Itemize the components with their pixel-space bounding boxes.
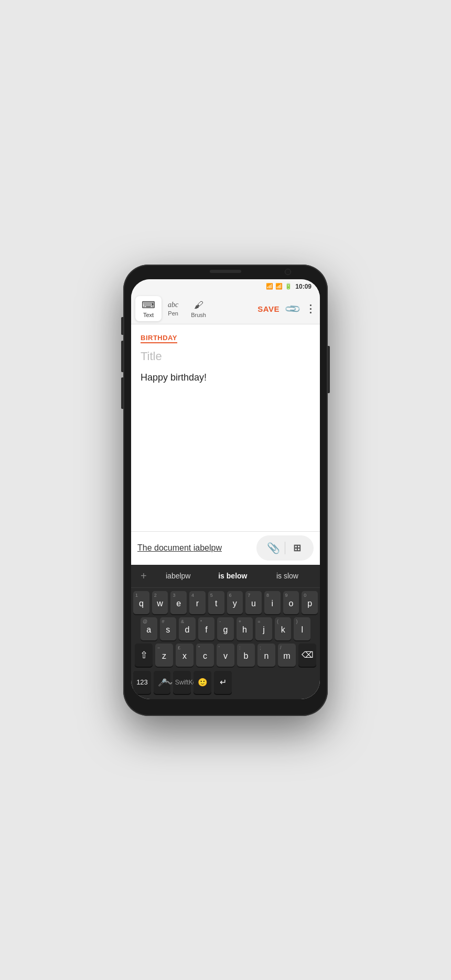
volume-silent-button <box>121 317 123 335</box>
emoji-key[interactable]: 🙂 <box>194 671 211 694</box>
tool-pen-label: Pen <box>168 310 178 317</box>
note-category: BIRTHDAY <box>141 334 177 343</box>
toolbar: ⌨ Text abc Pen 🖌 Brush SAVE 📎 ⋮ <box>131 294 320 324</box>
battery-icon: 🔋 <box>285 283 292 290</box>
note-title[interactable]: Title <box>141 350 310 363</box>
key-o[interactable]: 9o <box>283 591 299 614</box>
input-bar: The document iabelpw 📎 ⊞ <box>131 531 320 565</box>
key-e[interactable]: 3e <box>170 591 187 614</box>
pen-icon: abc <box>168 301 178 309</box>
input-text-underlined: iabelpw <box>194 543 222 552</box>
tool-text-label: Text <box>143 312 154 318</box>
key-h[interactable]: +h <box>237 617 253 640</box>
key-v[interactable]: 'v <box>217 644 234 667</box>
prediction-1[interactable]: iabelpw <box>151 570 206 582</box>
save-button[interactable]: SAVE <box>257 304 280 313</box>
input-text-before: The document <box>137 543 194 552</box>
status-icons: 📶 📶 🔋 <box>266 283 292 290</box>
input-text[interactable]: The document iabelpw <box>137 543 256 553</box>
key-f[interactable]: *f <box>198 617 215 640</box>
shift-key[interactable]: ⇧ <box>135 644 153 667</box>
key-l[interactable]: )l <box>294 617 310 640</box>
keyboard-icon: ⌨ <box>142 299 155 311</box>
key-m[interactable]: /m <box>278 644 296 667</box>
key-t[interactable]: 5t <box>208 591 224 614</box>
note-body[interactable]: Happy birthday! <box>141 371 310 385</box>
num-key[interactable]: 123 <box>133 671 151 694</box>
input-actions: 📎 ⊞ <box>256 535 314 561</box>
input-action-divider <box>285 542 285 554</box>
tool-brush-label: Brush <box>191 312 206 318</box>
keyboard-bottom-padding <box>131 695 320 699</box>
volume-down-button <box>121 377 123 409</box>
wifi-icon: 📶 <box>266 283 273 290</box>
input-attach-button[interactable]: 📎 <box>264 539 283 557</box>
key-w[interactable]: 2w <box>152 591 168 614</box>
enter-key[interactable]: ↵ <box>214 671 232 694</box>
key-r[interactable]: 4r <box>189 591 206 614</box>
key-j[interactable]: =j <box>255 617 272 640</box>
prediction-3[interactable]: is slow <box>260 570 315 582</box>
key-y[interactable]: 6y <box>227 591 243 614</box>
key-u[interactable]: 7u <box>245 591 262 614</box>
key-n[interactable]: ;n <box>257 644 275 667</box>
key-x[interactable]: £x <box>176 644 194 667</box>
key-b[interactable]: :b <box>237 644 255 667</box>
status-bar: 📶 📶 🔋 10:09 <box>131 279 320 294</box>
key-q[interactable]: 1q <box>133 591 149 614</box>
tool-pen[interactable]: abc Pen <box>162 298 185 320</box>
key-d[interactable]: &d <box>179 617 196 640</box>
swiftkey-space[interactable]: SwiftKey <box>173 671 191 694</box>
input-add-button[interactable]: ⊞ <box>287 539 306 557</box>
signal-icon: 📶 <box>275 283 283 290</box>
key-z[interactable]: −z <box>155 644 173 667</box>
keyboard: + iabelpw is below is slow 1q 2w 3e 4r 5… <box>131 565 320 699</box>
tool-text[interactable]: ⌨ Text <box>135 296 162 321</box>
key-c[interactable]: "c <box>196 644 214 667</box>
phone-frame: 📶 📶 🔋 10:09 ⌨ Text abc Pen 🖌 Brush SAVE <box>123 265 328 716</box>
key-k[interactable]: (k <box>275 617 292 640</box>
screen: 📶 📶 🔋 10:09 ⌨ Text abc Pen 🖌 Brush SAVE <box>131 279 320 699</box>
key-i[interactable]: 8i <box>264 591 281 614</box>
more-options-button[interactable]: ⋮ <box>305 302 316 315</box>
key-row-1: 1q 2w 3e 4r 5t 6y 7u 8i 9o 0p <box>133 591 318 614</box>
note-area[interactable]: BIRTHDAY Title Happy birthday! <box>131 324 320 531</box>
brush-icon: 🖌 <box>194 300 203 311</box>
key-row-3: ⇧ −z £x "c 'v :b ;n /m ⌫ <box>133 644 318 667</box>
key-row-bottom: 123 🎤 SwiftKey 🙂 ↵ <box>131 671 320 694</box>
key-row-2: @a #s &d *f -g +h =j (k )l <box>133 617 318 640</box>
camera <box>285 269 291 275</box>
key-a[interactable]: @a <box>141 617 157 640</box>
attach-button[interactable]: 📎 <box>283 300 302 318</box>
key-g[interactable]: -g <box>217 617 234 640</box>
speaker <box>210 270 241 273</box>
keys-area: 1q 2w 3e 4r 5t 6y 7u 8i 9o 0p @a #s &d *… <box>131 588 320 671</box>
power-button <box>328 346 330 393</box>
clock: 10:09 <box>295 283 312 290</box>
volume-up-button <box>121 341 123 372</box>
key-p[interactable]: 0p <box>302 591 318 614</box>
phone-top-bar <box>123 265 328 279</box>
prediction-2[interactable]: is below <box>206 570 260 582</box>
backspace-key[interactable]: ⌫ <box>298 644 316 667</box>
tool-brush[interactable]: 🖌 Brush <box>185 297 212 321</box>
predictions-expand[interactable]: + <box>136 570 151 582</box>
key-s[interactable]: #s <box>160 617 177 640</box>
toolbar-right: SAVE 📎 ⋮ <box>257 302 316 315</box>
predictions-bar: + iabelpw is below is slow <box>131 565 320 588</box>
